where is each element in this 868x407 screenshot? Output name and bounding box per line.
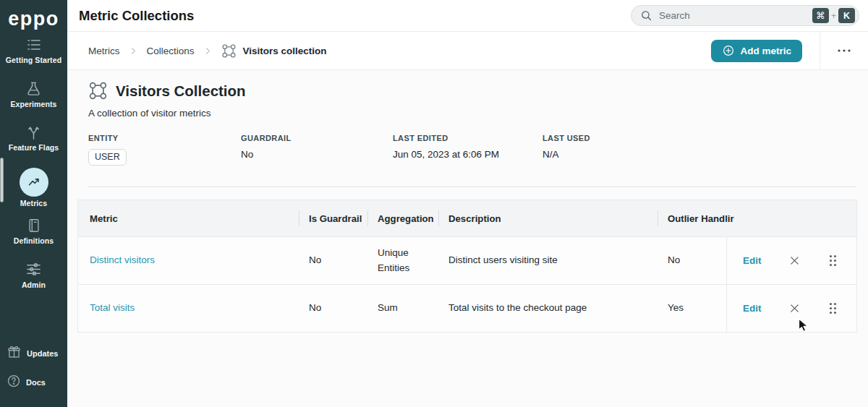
top-bar: Metric Collections Search ⌘ + K [67,0,868,32]
sidebar-item-metrics[interactable]: Metrics [0,168,67,208]
metrics-table: Metric Is Guardrail Aggregation Descript… [77,200,857,333]
sidebar-label: Experiments [10,100,56,109]
cell-description: Distinct users visiting site [438,253,658,267]
plus-separator: + [831,11,836,21]
sidebar-scrollbar[interactable] [0,158,4,202]
meta-label: GUARDRAIL [241,134,292,142]
metric-link[interactable]: Total visits [90,302,135,313]
meta-value: Jun 05, 2023 at 6:06 PM [393,149,499,160]
sidebar-nav: Getting Started Experiments [0,36,67,304]
search-placeholder: Search [659,10,812,21]
sidebar-label: Admin [22,281,46,290]
cell-aggregation: Sum [367,301,438,315]
breadcrumb-bar: Metrics Collections Visitors collection [67,32,868,70]
metric-link[interactable]: Distinct visitors [90,254,155,265]
sidebar-item-admin[interactable]: Admin [0,261,67,290]
active-item-highlight [20,168,48,197]
cell-is-guardrail: No [299,301,367,315]
more-options-button[interactable] [820,32,868,70]
edit-button[interactable]: Edit [743,303,762,314]
k-key-badge: K [838,8,855,23]
search-input[interactable]: Search ⌘ + K [631,5,859,26]
ellipsis-icon [837,48,851,53]
cell-outlier-handling: Yes [658,301,726,315]
column-header-metric: Metric [78,213,299,224]
search-icon [640,9,652,22]
meta-value: No [241,149,292,160]
flask-icon [25,80,43,98]
sidebar-item-definitions[interactable]: Definitions [0,217,67,246]
meta-label: LAST EDITED [393,134,499,142]
gift-icon [7,344,22,362]
fork-icon [25,124,43,141]
sidebar-label: Getting Started [6,56,61,65]
meta-last-edited: LAST EDITED Jun 05, 2023 at 6:06 PM [393,134,499,160]
cell-description: Total visits to the checkout page [438,301,658,315]
list-icon [25,36,43,53]
row-actions: Edit [726,285,856,332]
remove-icon[interactable] [789,255,800,266]
sidebar-item-feature-flags[interactable]: Feature Flags [0,124,67,153]
column-header-aggregation: Aggregation [367,213,438,224]
sidebar-label: Updates [27,349,58,358]
keyboard-shortcut: ⌘ + K [812,8,855,23]
table-row: Distinct visitors No Unique Entities Dis… [78,236,856,284]
cell-aggregation: Unique Entities [367,246,438,275]
entity-badge: USER [88,149,127,166]
row-actions: Edit [726,237,856,284]
book-icon [25,217,43,234]
sidebar-label: Metrics [20,200,47,208]
section-divider [88,187,856,187]
breadcrumb-collections[interactable]: Collections [147,46,195,56]
cell-outlier-handling: No [658,253,726,267]
sidebar-item-experiments[interactable]: Experiments [0,80,67,109]
question-icon [7,374,21,391]
column-header-is-guardrail: Is Guardrail [299,213,367,224]
app-root: eppo Getting Started [0,0,868,407]
meta-last-used: LAST USED N/A [542,134,590,160]
breadcrumb-metrics[interactable]: Metrics [88,46,120,56]
sidebar-item-docs[interactable]: Docs [7,374,67,391]
breadcrumb-current: Visitors collection [221,43,327,59]
meta-entity: ENTITY USER [88,134,127,166]
sidebar-item-getting-started[interactable]: Getting Started [0,36,67,65]
add-metric-button[interactable]: Add metric [711,40,802,62]
chevron-right-icon [204,47,212,55]
sliders-icon [25,261,43,278]
breadcrumb-current-label: Visitors collection [243,46,327,56]
cell-is-guardrail: No [299,253,367,267]
page-title: Metric Collections [79,8,194,24]
chevron-right-icon [129,47,137,55]
table-header-row: Metric Is Guardrail Aggregation Descript… [78,200,856,236]
collection-detail: Visitors Collection A collection of visi… [67,70,868,406]
meta-label: ENTITY [88,134,127,142]
meta-guardrail: GUARDRAIL No [241,134,292,160]
eppo-logo[interactable]: eppo [8,4,59,33]
main-area: Metric Collections Search ⌘ + K Metrics [67,0,868,407]
chart-icon [25,173,43,191]
sidebar: eppo Getting Started [0,0,67,407]
remove-icon[interactable] [789,303,800,314]
drag-handle-icon[interactable] [828,254,838,267]
column-header-description: Description [438,213,658,224]
sidebar-item-updates[interactable]: Updates [7,344,67,362]
meta-value: N/A [542,149,590,160]
collection-title: Visitors Collection [116,82,246,100]
sidebar-label: Docs [26,378,46,387]
meta-label: LAST USED [542,134,590,142]
edit-button[interactable]: Edit [743,255,762,266]
collection-icon [88,81,108,100]
add-metric-label: Add metric [740,46,791,56]
column-header-outlier-handling: Outlier Handlir [658,213,726,224]
collection-icon [221,43,237,59]
drag-handle-icon[interactable] [828,301,838,315]
cmd-key-badge: ⌘ [812,8,829,23]
table-row: Total visits No Sum Total visits to the … [78,284,856,332]
plus-circle-icon [722,44,735,57]
collection-description: A collection of visitor metrics [88,108,211,119]
sidebar-label: Definitions [14,237,54,246]
sidebar-label: Feature Flags [9,144,59,153]
sidebar-footer: Updates Docs [0,344,67,403]
